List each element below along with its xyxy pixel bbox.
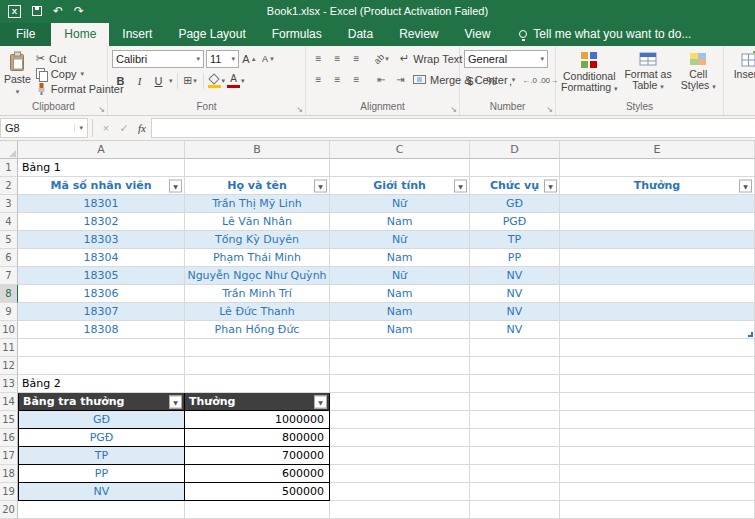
cell-E17[interactable] (560, 447, 755, 465)
cell-A17[interactable]: TP (18, 447, 185, 465)
cell-A12[interactable] (18, 357, 185, 375)
tab-data[interactable]: Data (335, 23, 386, 46)
cell-B13[interactable] (185, 375, 330, 393)
cell-B14[interactable]: Thưởng▼ (185, 393, 330, 411)
filter-button[interactable]: ▼ (314, 395, 327, 408)
cell-C18[interactable] (330, 465, 470, 483)
cell-C12[interactable] (330, 357, 470, 375)
cell-C4[interactable]: Nam (330, 213, 470, 231)
column-header-B[interactable]: B (185, 141, 330, 159)
column-header-E[interactable]: E (560, 141, 755, 159)
cell-E20[interactable] (560, 501, 755, 519)
cell-C19[interactable] (330, 483, 470, 501)
fill-color-button[interactable]: ▾ (208, 72, 226, 89)
cell-A18[interactable]: PP (18, 465, 185, 483)
dropdown-arrow-icon[interactable]: ▾ (169, 77, 173, 85)
row-header-1[interactable]: 1 (0, 159, 18, 177)
tab-view[interactable]: View (452, 23, 504, 46)
cell-B10[interactable]: Phan Hồng Đức (185, 321, 330, 339)
italic-button[interactable]: I (131, 72, 148, 89)
tab-insert[interactable]: Insert (109, 23, 165, 46)
cell-B9[interactable]: Lê Đức Thanh (185, 303, 330, 321)
cell-C20[interactable] (330, 501, 470, 519)
row-header-6[interactable]: 6 (0, 249, 18, 267)
cell-C16[interactable] (330, 429, 470, 447)
number-format-combo[interactable]: General▾ (464, 50, 548, 68)
cell-D16[interactable] (470, 429, 560, 447)
insert-cells-button[interactable]: Insert ▾ (728, 49, 755, 100)
cell-D20[interactable] (470, 501, 560, 519)
cell-C15[interactable] (330, 411, 470, 429)
cell-E16[interactable] (560, 429, 755, 447)
tab-formulas[interactable]: Formulas (259, 23, 335, 46)
cell-B15[interactable]: 1000000 (185, 411, 330, 429)
cell-D5[interactable]: TP (470, 231, 560, 249)
row-header-15[interactable]: 15 (0, 411, 18, 429)
paste-button[interactable]: Paste ▾ (4, 49, 31, 100)
row-header-16[interactable]: 16 (0, 429, 18, 447)
cell-E4[interactable] (560, 213, 755, 231)
increase-font-size-button[interactable]: A▲ (241, 51, 258, 68)
cell-E8[interactable] (560, 285, 755, 303)
underline-button[interactable]: U (150, 72, 167, 89)
cell-A6[interactable]: 18304 (18, 249, 185, 267)
cell-A9[interactable]: 18307 (18, 303, 185, 321)
row-header-18[interactable]: 18 (0, 465, 18, 483)
row-header-13[interactable]: 13 (0, 375, 18, 393)
cell-B4[interactable]: Lê Văn Nhân (185, 213, 330, 231)
align-middle-button[interactable]: ≡ (329, 50, 346, 67)
cell-A13[interactable]: Bảng 2 (18, 375, 185, 393)
row-header-14[interactable]: 14 (0, 393, 18, 411)
cell-A2[interactable]: Mã số nhân viên▼ (18, 177, 185, 195)
cell-D6[interactable]: PP (470, 249, 560, 267)
decrease-decimal-button[interactable]: .00→ (540, 72, 557, 89)
cell-C8[interactable]: Nam (330, 285, 470, 303)
cell-C2[interactable]: Giới tính▼ (330, 177, 470, 195)
filter-button[interactable]: ▼ (169, 179, 182, 192)
cell-styles-button[interactable]: Cell Styles ▾ (677, 49, 719, 100)
cell-B8[interactable]: Trần Minh Trí (185, 285, 330, 303)
cell-E14[interactable] (560, 393, 755, 411)
cell-B12[interactable] (185, 357, 330, 375)
increase-decimal-button[interactable]: ←.0 (521, 72, 538, 89)
filter-button[interactable]: ▼ (739, 179, 752, 192)
cell-A3[interactable]: 18301 (18, 195, 185, 213)
cell-E15[interactable] (560, 411, 755, 429)
cell-B5[interactable]: Tống Kỳ Duyên (185, 231, 330, 249)
align-center-button[interactable]: ≡ (329, 71, 346, 88)
row-header-2[interactable]: 2 (0, 177, 18, 195)
cell-A14[interactable]: Bảng tra thưởng▼ (18, 393, 185, 411)
cell-D19[interactable] (470, 483, 560, 501)
cell-E7[interactable] (560, 267, 755, 285)
cell-A20[interactable] (18, 501, 185, 519)
cell-A11[interactable] (18, 339, 185, 357)
tab-review[interactable]: Review (386, 23, 451, 46)
tab-file[interactable]: File (0, 23, 51, 46)
cell-A15[interactable]: GĐ (18, 411, 185, 429)
name-box[interactable]: G8 ▾ (0, 118, 88, 138)
increase-indent-button[interactable]: ⇥ (392, 71, 409, 88)
row-header-3[interactable]: 3 (0, 195, 18, 213)
font-color-button[interactable]: A ▾ (227, 72, 245, 89)
cell-C6[interactable]: Nam (330, 249, 470, 267)
cell-D12[interactable] (470, 357, 560, 375)
tab-home[interactable]: Home (51, 23, 109, 46)
undo-icon[interactable]: ↶ (53, 5, 63, 17)
cell-E13[interactable] (560, 375, 755, 393)
cell-B18[interactable]: 600000 (185, 465, 330, 483)
clipboard-dialog-launcher-icon[interactable]: ↘ (98, 106, 105, 114)
cell-C3[interactable]: Nữ (330, 195, 470, 213)
cell-A19[interactable]: NV (18, 483, 185, 501)
cell-D17[interactable] (470, 447, 560, 465)
decrease-font-size-button[interactable]: A▼ (260, 51, 277, 68)
cell-E10[interactable] (560, 321, 755, 339)
align-left-button[interactable]: ≡ (310, 71, 327, 88)
row-header-17[interactable]: 17 (0, 447, 18, 465)
font-dialog-launcher-icon[interactable]: ↘ (296, 106, 303, 114)
cell-A7[interactable]: 18305 (18, 267, 185, 285)
cell-B6[interactable]: Phạm Thái Minh (185, 249, 330, 267)
row-header-8[interactable]: 8 (0, 285, 18, 303)
row-header-4[interactable]: 4 (0, 213, 18, 231)
cell-A1[interactable]: Bảng 1 (18, 159, 185, 177)
accounting-format-button[interactable]: $▾ (464, 72, 481, 89)
